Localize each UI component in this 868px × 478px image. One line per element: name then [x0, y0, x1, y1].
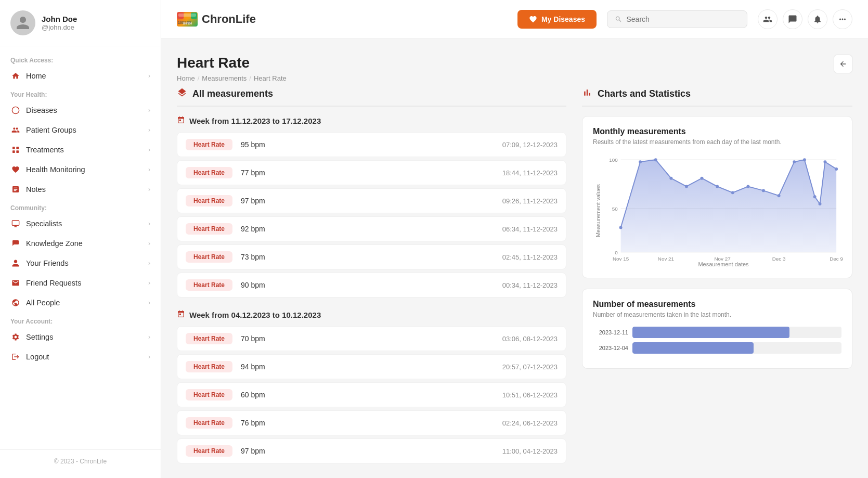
heart-rate-tag: Heart Rate [186, 389, 232, 401]
sidebar-item-patient-groups-label: Patient Groups [26, 126, 76, 134]
heart-icon [10, 164, 21, 175]
svg-rect-3 [12, 150, 15, 153]
meas-time: 02:45, 11-12-2023 [502, 253, 558, 261]
home-icon [10, 71, 21, 81]
svg-point-32 [835, 167, 838, 171]
svg-point-26 [778, 194, 781, 197]
sidebar-item-home[interactable]: Home › [0, 66, 161, 86]
measurement-row: Heart Rate 92 bpm 06:34, 11-12-2023 [177, 216, 566, 241]
treatments-icon [10, 145, 21, 155]
calendar-icon-1 [177, 116, 185, 126]
svg-text:Dec 9: Dec 9 [830, 256, 843, 262]
sidebar-item-friend-requests[interactable]: Friend Requests › [0, 273, 161, 293]
sidebar-item-knowledge-zone-label: Knowledge Zone [26, 239, 83, 248]
user-handle: @john.doe [42, 23, 77, 31]
bar-fill-2 [632, 342, 754, 354]
sidebar-item-patient-groups[interactable]: Patient Groups › [0, 120, 161, 140]
measurement-row: Heart Rate 77 bpm 18:44, 11-12-2023 [177, 160, 566, 185]
breadcrumb-home[interactable]: Home [177, 74, 195, 82]
num-measurements-title: Number of measurements [593, 300, 841, 309]
sidebar-footer: © 2023 - ChronLife [0, 449, 161, 473]
chevron-icon: › [148, 146, 150, 153]
sidebar-item-health-monitoring-label: Health Monitoring [26, 165, 85, 174]
sidebar-item-specialists[interactable]: Specialists › [0, 214, 161, 234]
chevron-icon: › [148, 240, 150, 247]
notification-icon-button[interactable] [808, 9, 827, 29]
sidebar-item-specialists-label: Specialists [26, 219, 62, 228]
svg-point-24 [746, 185, 749, 188]
back-button[interactable] [834, 55, 852, 73]
measurement-row: Heart Rate 76 bpm 02:24, 06-12-2023 [177, 410, 566, 435]
measurement-row: Heart Rate 97 bpm 11:00, 04-12-2023 [177, 438, 566, 463]
sidebar-item-all-people-label: All People [26, 299, 60, 307]
svg-rect-4 [16, 150, 19, 153]
sidebar-item-settings[interactable]: Settings › [0, 327, 161, 347]
week-1-label: Week from 11.12.2023 to 17.12.2023 [177, 116, 566, 126]
svg-rect-5 [12, 221, 19, 225]
search-input[interactable] [627, 15, 740, 23]
breadcrumb-measurements[interactable]: Measurements [202, 74, 247, 82]
meas-time: 20:57, 07-12-2023 [502, 363, 558, 371]
logo[interactable]: 100/100 ChronLife [177, 12, 256, 27]
week-block-1: Week from 11.12.2023 to 17.12.2023 Heart… [177, 116, 566, 298]
svg-text:50: 50 [612, 206, 618, 212]
heart-rate-tag: Heart Rate [186, 195, 232, 206]
meas-time: 00:34, 11-12-2023 [502, 281, 558, 289]
my-diseases-button[interactable]: My Diseases [517, 10, 597, 29]
sidebar-item-logout-label: Logout [26, 353, 49, 361]
sidebar-item-your-friends-label: Your Friends [26, 259, 69, 267]
meas-value: 73 bpm [241, 253, 502, 261]
svg-point-29 [813, 195, 817, 198]
sidebar-item-all-people[interactable]: All People › [0, 293, 161, 313]
sidebar-item-logout[interactable]: Logout › [0, 347, 161, 367]
sidebar-item-diseases[interactable]: Diseases › [0, 100, 161, 120]
community-icon-button[interactable] [758, 9, 778, 29]
heart-rate-tag: Heart Rate [186, 333, 232, 344]
topbar: 100/100 ChronLife My Diseases [161, 0, 868, 39]
svg-point-27 [793, 160, 796, 163]
chart-icon [582, 87, 592, 100]
svg-text:Nov 21: Nov 21 [658, 256, 674, 262]
heart-rate-tag: Heart Rate [186, 445, 232, 457]
svg-point-17 [639, 160, 642, 163]
sidebar-item-health-monitoring[interactable]: Health Monitoring › [0, 160, 161, 179]
meas-value: 97 bpm [241, 447, 502, 455]
svg-point-20 [685, 185, 688, 188]
more-icon-button[interactable] [833, 9, 852, 29]
breadcrumb: Home / Measurements / Heart Rate [177, 74, 287, 82]
sidebar-item-your-friends[interactable]: Your Friends › [0, 253, 161, 273]
sidebar-item-knowledge-zone[interactable]: Knowledge Zone › [0, 234, 161, 253]
meas-value: 70 bpm [241, 334, 502, 343]
meas-time: 18:44, 11-12-2023 [502, 169, 558, 177]
measurements-section-label: All measurements [192, 88, 273, 99]
quick-access-label: Quick Access: [0, 51, 161, 66]
sidebar-item-friend-requests-label: Friend Requests [26, 279, 81, 287]
breadcrumb-heart-rate[interactable]: Heart Rate [254, 74, 287, 82]
svg-point-25 [762, 189, 765, 192]
requests-icon [10, 278, 21, 288]
sidebar: John Doe @john.doe Quick Access: Home › … [0, 0, 161, 478]
svg-text:Dec 3: Dec 3 [772, 256, 786, 262]
meas-time: 02:24, 06-12-2023 [502, 419, 558, 427]
week-2-label-text: Week from 04.12.2023 to 10.12.2023 [189, 311, 321, 319]
bell-icon [813, 15, 822, 24]
measurement-row: Heart Rate 70 bpm 03:06, 08-12-2023 [177, 326, 566, 351]
svg-point-21 [701, 177, 704, 180]
heart-rate-tag: Heart Rate [186, 251, 232, 263]
sidebar-item-treatments[interactable]: Treatments › [0, 140, 161, 160]
sidebar-item-diseases-label: Diseases [26, 106, 57, 114]
friends-icon [10, 258, 21, 268]
groups-icon [10, 125, 21, 135]
sidebar-item-treatments-label: Treatments [26, 146, 64, 154]
meas-time: 03:06, 08-12-2023 [502, 335, 558, 343]
chevron-icon: › [148, 260, 150, 267]
meas-value: 92 bpm [241, 225, 502, 233]
charts-column: Charts and Statistics Monthly measuremen… [582, 87, 852, 476]
monthly-chart-title: Monthly measurements [593, 127, 841, 136]
bar-fill-1 [632, 327, 789, 338]
page-title: Heart Rate [177, 55, 287, 71]
breadcrumb-sep-1: / [198, 74, 200, 82]
chat-icon-button[interactable] [783, 9, 802, 29]
svg-text:Nov 27: Nov 27 [714, 256, 730, 262]
sidebar-item-notes[interactable]: Notes › [0, 179, 161, 199]
